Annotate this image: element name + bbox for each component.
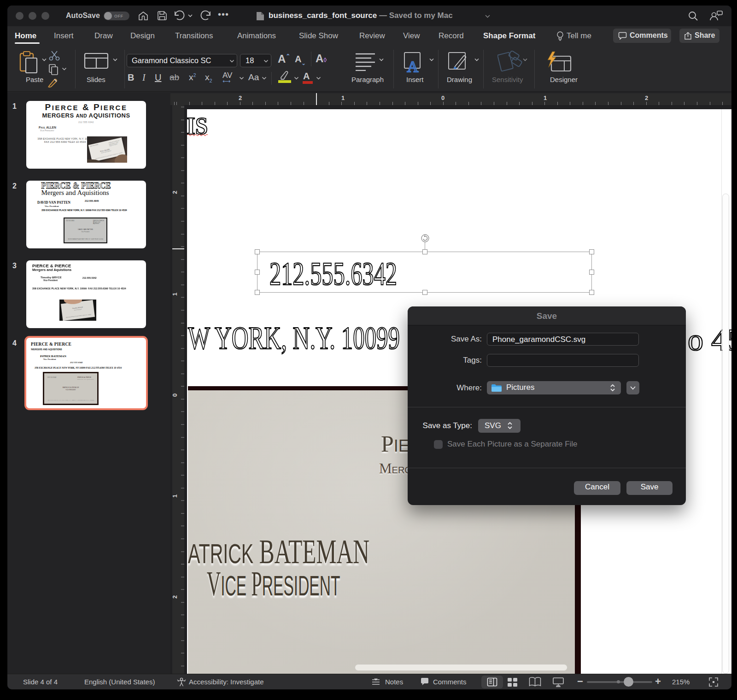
svg-text:W YORK, N.Y. 10099: W YORK, N.Y. 10099: [188, 320, 400, 356]
svg-text:A: A: [407, 58, 419, 73]
svg-text:212.555.6342: 212.555.6342: [269, 256, 397, 292]
